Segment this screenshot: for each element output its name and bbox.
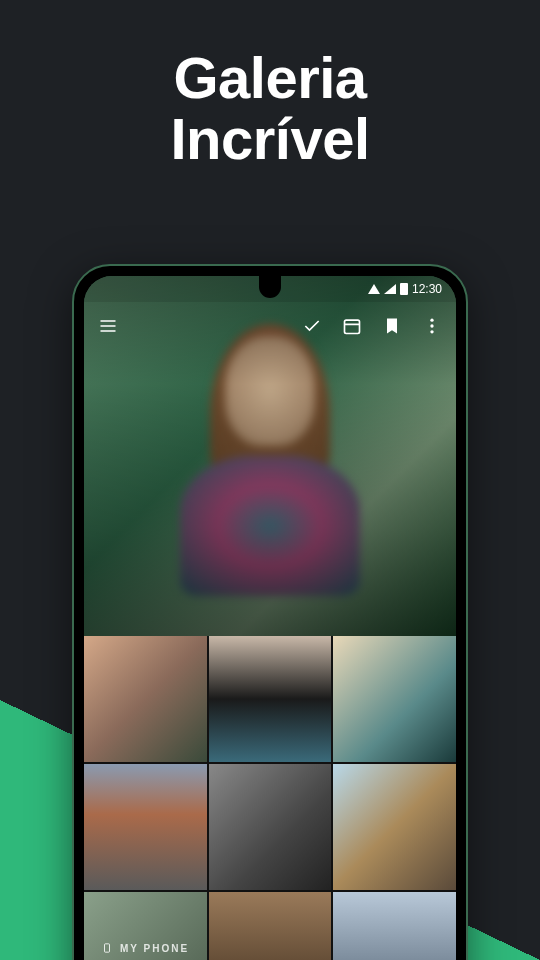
battery-icon [400, 283, 408, 295]
svg-point-7 [430, 330, 433, 333]
svg-point-5 [430, 319, 433, 322]
status-time: 12:30 [412, 282, 442, 296]
photo-thumbnail[interactable] [84, 764, 207, 890]
photo-thumbnail[interactable] [333, 892, 456, 960]
phone-notch [259, 276, 281, 298]
phone-frame: 12:30 [72, 264, 468, 960]
album-location-label: MY PHONE [120, 943, 189, 954]
headline-line1: Galeria [0, 48, 540, 109]
menu-icon[interactable] [98, 316, 118, 336]
check-icon[interactable] [302, 316, 322, 336]
photo-thumbnail[interactable] [209, 636, 332, 762]
svg-point-6 [430, 324, 433, 327]
phone-device-icon [102, 941, 112, 955]
album-meta: MY PHONE Camera 1457 photos • 38 videos [102, 941, 253, 960]
photo-thumbnail[interactable] [209, 764, 332, 890]
wifi-icon [368, 284, 380, 294]
headline-line2: Incrível [0, 109, 540, 170]
photo-thumbnail[interactable] [333, 764, 456, 890]
phone-screen: 12:30 [84, 276, 456, 960]
album-location: MY PHONE [102, 941, 253, 955]
photo-thumbnail[interactable] [333, 636, 456, 762]
svg-rect-3 [345, 320, 360, 333]
signal-icon [384, 284, 396, 294]
photo-grid [84, 636, 456, 960]
calendar-icon[interactable] [342, 316, 362, 336]
svg-rect-8 [105, 944, 110, 952]
promo-headline: Galeria Incrível [0, 48, 540, 170]
more-icon[interactable] [422, 316, 442, 336]
bookmark-icon[interactable] [382, 316, 402, 336]
app-toolbar [84, 304, 456, 348]
photo-thumbnail[interactable] [84, 636, 207, 762]
